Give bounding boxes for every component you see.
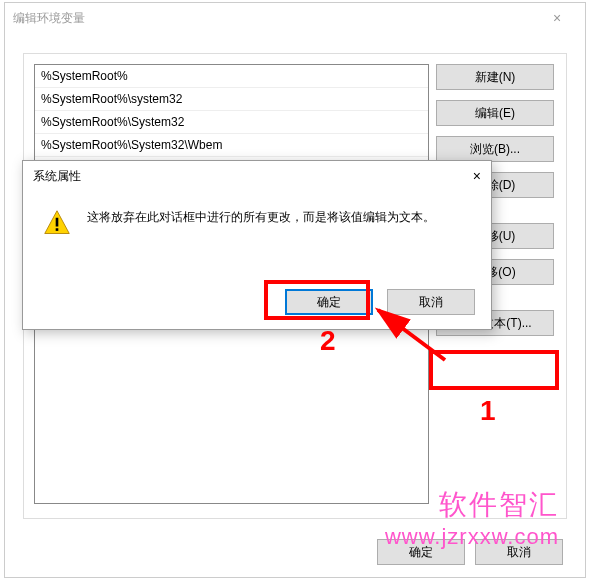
dialog-message: 这将放弃在此对话框中进行的所有更改，而是将该值编辑为文本。	[87, 209, 435, 226]
dialog-body: 这将放弃在此对话框中进行的所有更改，而是将该值编辑为文本。	[23, 191, 491, 255]
dialog-titlebar: 系统属性 ×	[23, 161, 491, 191]
ok-button[interactable]: 确定	[377, 539, 465, 565]
list-item[interactable]: %SystemRoot%\System32\Wbem	[35, 134, 428, 157]
list-item[interactable]: %SystemRoot%\system32	[35, 88, 428, 111]
dialog-cancel-button[interactable]: 取消	[387, 289, 475, 315]
dialog-close-icon[interactable]: ×	[451, 168, 481, 184]
dialog-ok-button[interactable]: 确定	[285, 289, 373, 315]
warning-icon	[43, 209, 71, 237]
list-item[interactable]: %SystemRoot%\System32	[35, 111, 428, 134]
window-title: 编辑环境变量	[13, 10, 537, 27]
browse-button[interactable]: 浏览(B)...	[436, 136, 554, 162]
footer-buttons: 确定 取消	[377, 539, 563, 565]
close-icon[interactable]: ×	[537, 10, 577, 26]
confirm-dialog: 系统属性 × 这将放弃在此对话框中进行的所有更改，而是将该值编辑为文本。 确定 …	[22, 160, 492, 330]
cancel-button[interactable]: 取消	[475, 539, 563, 565]
svg-rect-1	[56, 218, 59, 227]
dialog-title: 系统属性	[33, 168, 451, 185]
list-item[interactable]: %SystemRoot%	[35, 65, 428, 88]
dialog-actions: 确定 取消	[285, 289, 475, 315]
svg-rect-2	[56, 228, 59, 231]
new-button[interactable]: 新建(N)	[436, 64, 554, 90]
titlebar: 编辑环境变量 ×	[5, 3, 585, 33]
edit-button[interactable]: 编辑(E)	[436, 100, 554, 126]
